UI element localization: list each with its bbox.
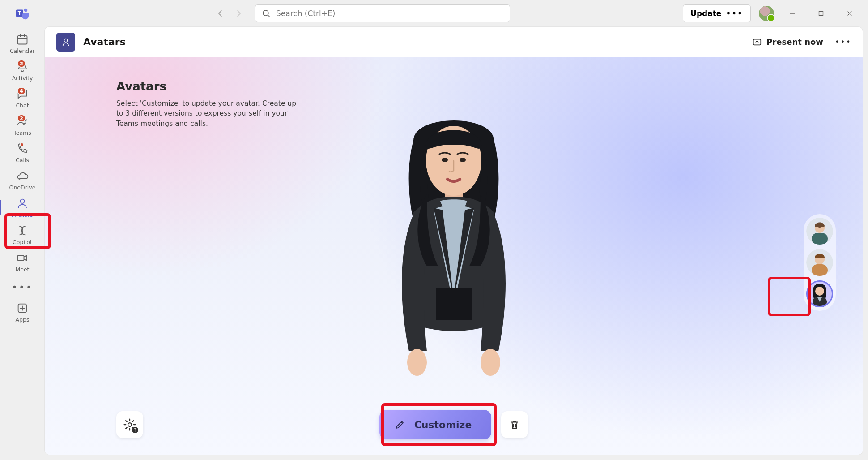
titlebar: T Update ••• [0, 0, 868, 27]
avatar-icon [16, 197, 29, 210]
rail-more-button[interactable]: ••• [6, 278, 38, 296]
svg-point-25 [407, 349, 427, 376]
rail-label: Calls [16, 157, 29, 163]
rail-item-apps[interactable]: Apps [6, 298, 38, 326]
rail-label: Calendar [10, 47, 35, 54]
rail-item-chat[interactable]: 4 Chat [6, 84, 38, 112]
svg-rect-29 [812, 233, 828, 245]
phone-icon [16, 142, 29, 155]
window-minimize-button[interactable] [782, 4, 803, 22]
intro-block: Avatars Select 'Customize' to update you… [116, 80, 304, 129]
delete-avatar-button[interactable] [501, 411, 528, 438]
rail-item-avatars[interactable]: Avatars [6, 193, 38, 221]
rail-item-teams[interactable]: 2 Teams [6, 112, 38, 139]
window-close-button[interactable] [839, 4, 860, 22]
present-icon [752, 37, 762, 47]
present-now-button[interactable]: Present now [748, 34, 828, 50]
cloud-icon [16, 170, 29, 182]
svg-rect-24 [436, 288, 472, 320]
svg-rect-14 [18, 255, 24, 261]
rail-label: Apps [16, 316, 30, 323]
app-rail: Calendar 2 Activity 4 Chat 2 Teams Calls [0, 27, 45, 460]
apps-icon [16, 302, 29, 314]
more-icon: ••• [12, 282, 33, 293]
app-more-button[interactable]: ••• [836, 34, 851, 50]
app-header: Avatars Present now ••• [45, 27, 863, 57]
more-icon: ••• [835, 38, 851, 46]
rail-item-meet[interactable]: Meet [6, 248, 38, 275]
rail-label: Meet [15, 266, 29, 273]
rail-item-calendar[interactable]: Calendar [6, 30, 38, 57]
search-input[interactable] [276, 9, 503, 18]
rail-item-calls[interactable]: Calls [6, 139, 38, 166]
intro-heading: Avatars [116, 80, 304, 93]
history-nav [213, 6, 246, 21]
customize-button[interactable]: Customize [379, 410, 492, 439]
profile-avatar[interactable] [759, 6, 774, 21]
intro-body: Select 'Customize' to update your avatar… [116, 99, 304, 129]
svg-rect-7 [18, 36, 27, 44]
svg-point-26 [481, 349, 500, 376]
svg-point-36 [128, 423, 132, 426]
rail-label: Teams [13, 129, 31, 136]
rail-label: Chat [16, 102, 29, 109]
app-surface: Avatars Present now ••• Avatars Select '… [45, 27, 863, 455]
rail-item-activity[interactable]: 2 Activity [6, 57, 38, 84]
avatar-preview [360, 100, 548, 387]
calendar-icon [16, 33, 29, 46]
nav-back-button[interactable] [213, 6, 228, 21]
rail-label: Copilot [13, 239, 32, 245]
present-label: Present now [766, 37, 823, 47]
app-title: Avatars [83, 36, 126, 47]
svg-rect-32 [812, 264, 828, 276]
calls-dot [20, 142, 24, 147]
teams-logo-icon: T [4, 7, 40, 20]
rail-label: Avatars [12, 211, 33, 218]
avatar-canvas: Avatars Select 'Customize' to update you… [45, 57, 863, 455]
svg-point-18 [64, 39, 67, 42]
customize-label: Customize [414, 419, 472, 430]
activity-badge: 2 [17, 60, 26, 68]
window-maximize-button[interactable] [811, 4, 831, 22]
video-icon [16, 252, 29, 264]
more-icon: ••• [726, 9, 743, 18]
rail-item-copilot[interactable]: Copilot [6, 221, 38, 248]
bell-icon: 2 [16, 60, 29, 73]
action-row: ? Customize [45, 410, 863, 439]
gear-icon: ? [123, 418, 136, 431]
chat-badge: 4 [17, 87, 26, 95]
svg-point-13 [20, 199, 24, 203]
avatar-settings-button[interactable]: ? [116, 411, 143, 438]
svg-point-2 [24, 9, 28, 12]
teams-badge: 2 [17, 114, 26, 122]
people-icon: 2 [16, 115, 29, 128]
svg-point-22 [442, 158, 448, 162]
copilot-icon [16, 224, 29, 237]
search-icon [262, 9, 271, 18]
svg-rect-6 [819, 12, 823, 16]
svg-line-4 [268, 15, 270, 17]
update-button[interactable]: Update ••• [683, 4, 751, 22]
svg-point-23 [460, 158, 466, 162]
avatar-picker [804, 214, 836, 311]
rail-label: OneDrive [9, 184, 36, 191]
svg-point-34 [815, 287, 824, 296]
avatar-slot-3[interactable] [806, 280, 833, 307]
avatar-slot-2[interactable] [806, 249, 833, 276]
nav-forward-button[interactable] [231, 6, 246, 21]
pencil-icon [395, 419, 405, 430]
rail-item-onedrive[interactable]: OneDrive [6, 166, 38, 193]
svg-point-3 [263, 10, 268, 16]
update-button-label: Update [690, 9, 721, 18]
trash-icon [509, 419, 520, 430]
svg-text:T: T [18, 10, 22, 17]
search-box[interactable] [255, 4, 510, 22]
rail-label: Activity [12, 75, 33, 82]
chat-icon: 4 [16, 88, 29, 100]
app-badge-icon [56, 33, 75, 52]
avatar-slot-1[interactable] [806, 218, 833, 245]
